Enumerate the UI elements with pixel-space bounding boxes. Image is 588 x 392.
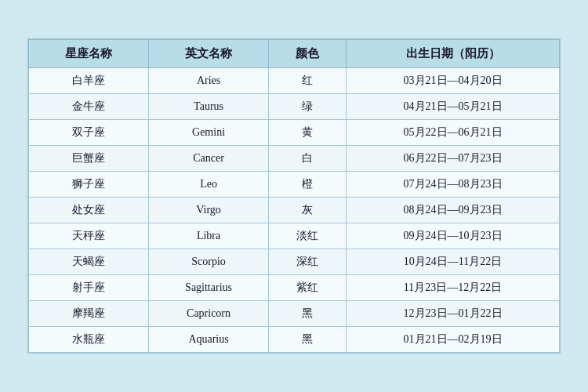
- header-color: 颜色: [269, 40, 347, 68]
- cell-chinese-name: 狮子座: [29, 172, 149, 198]
- table-row: 白羊座Aries红03月21日—04月20日: [29, 68, 560, 94]
- cell-dates: 04月21日—05月21日: [347, 94, 560, 120]
- cell-chinese-name: 处女座: [29, 198, 149, 223]
- cell-color: 紫红: [269, 275, 347, 301]
- cell-dates: 07月24日—08月23日: [347, 172, 560, 198]
- header-english-name: 英文名称: [149, 40, 269, 68]
- cell-color: 黑: [269, 301, 347, 327]
- cell-english-name: Virgo: [149, 198, 269, 223]
- cell-chinese-name: 巨蟹座: [29, 146, 149, 172]
- cell-color: 黄: [269, 120, 347, 146]
- cell-english-name: Sagittarius: [149, 275, 269, 301]
- cell-english-name: Gemini: [149, 120, 269, 146]
- cell-english-name: Aries: [149, 68, 269, 94]
- cell-dates: 05月22日—06月21日: [347, 120, 560, 146]
- table-row: 水瓶座Aquarius黑01月21日—02月19日: [29, 327, 560, 353]
- zodiac-table: 星座名称 英文名称 颜色 出生日期（阳历） 白羊座Aries红03月21日—04…: [28, 39, 560, 353]
- cell-color: 灰: [269, 198, 347, 223]
- table-row: 双子座Gemini黄05月22日—06月21日: [29, 120, 560, 146]
- cell-english-name: Aquarius: [149, 327, 269, 353]
- table-row: 处女座Virgo灰08月24日—09月23日: [29, 198, 560, 223]
- cell-english-name: Capricorn: [149, 301, 269, 327]
- header-chinese-name: 星座名称: [29, 40, 149, 68]
- table-row: 金牛座Taurus绿04月21日—05月21日: [29, 94, 560, 120]
- table-row: 摩羯座Capricorn黑12月23日—01月22日: [29, 301, 560, 327]
- table-body: 白羊座Aries红03月21日—04月20日金牛座Taurus绿04月21日—0…: [29, 68, 560, 353]
- header-birthdate: 出生日期（阳历）: [347, 40, 560, 68]
- cell-english-name: Libra: [149, 223, 269, 249]
- table-row: 射手座Sagittarius紫红11月23日—12月22日: [29, 275, 560, 301]
- cell-dates: 10月24日—11月22日: [347, 249, 560, 275]
- cell-chinese-name: 射手座: [29, 275, 149, 301]
- cell-english-name: Leo: [149, 172, 269, 198]
- cell-chinese-name: 天秤座: [29, 223, 149, 249]
- cell-dates: 06月22日—07月23日: [347, 146, 560, 172]
- cell-color: 红: [269, 68, 347, 94]
- cell-color: 黑: [269, 327, 347, 353]
- cell-dates: 11月23日—12月22日: [347, 275, 560, 301]
- table-row: 巨蟹座Cancer白06月22日—07月23日: [29, 146, 560, 172]
- cell-chinese-name: 水瓶座: [29, 327, 149, 353]
- cell-dates: 03月21日—04月20日: [347, 68, 560, 94]
- cell-chinese-name: 白羊座: [29, 68, 149, 94]
- cell-chinese-name: 摩羯座: [29, 301, 149, 327]
- cell-english-name: Cancer: [149, 146, 269, 172]
- cell-chinese-name: 金牛座: [29, 94, 149, 120]
- cell-color: 绿: [269, 94, 347, 120]
- cell-color: 橙: [269, 172, 347, 198]
- table-row: 天秤座Libra淡红09月24日—10月23日: [29, 223, 560, 249]
- cell-dates: 08月24日—09月23日: [347, 198, 560, 223]
- cell-english-name: Taurus: [149, 94, 269, 120]
- cell-dates: 01月21日—02月19日: [347, 327, 560, 353]
- table-header-row: 星座名称 英文名称 颜色 出生日期（阳历）: [29, 40, 560, 68]
- cell-chinese-name: 天蝎座: [29, 249, 149, 275]
- cell-color: 深红: [269, 249, 347, 275]
- cell-english-name: Scorpio: [149, 249, 269, 275]
- cell-color: 白: [269, 146, 347, 172]
- zodiac-table-container: 星座名称 英文名称 颜色 出生日期（阳历） 白羊座Aries红03月21日—04…: [27, 38, 561, 354]
- cell-color: 淡红: [269, 223, 347, 249]
- table-row: 天蝎座Scorpio深红10月24日—11月22日: [29, 249, 560, 275]
- cell-chinese-name: 双子座: [29, 120, 149, 146]
- table-row: 狮子座Leo橙07月24日—08月23日: [29, 172, 560, 198]
- cell-dates: 12月23日—01月22日: [347, 301, 560, 327]
- cell-dates: 09月24日—10月23日: [347, 223, 560, 249]
